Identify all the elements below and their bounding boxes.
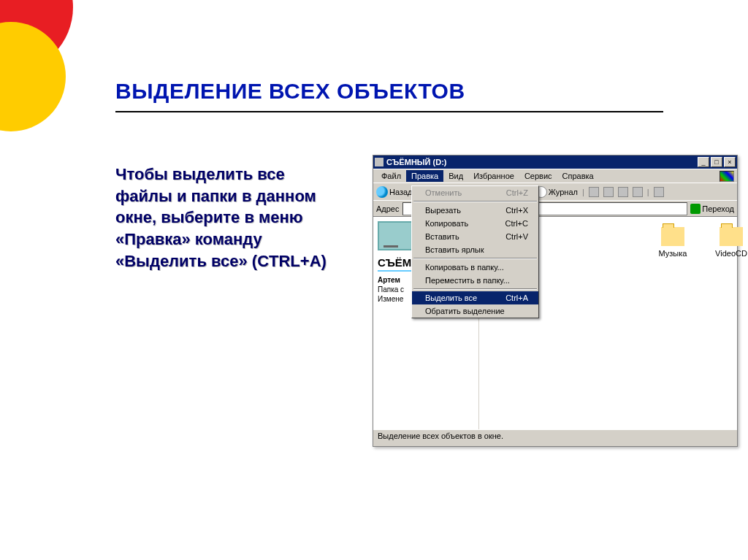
menu-item: ОтменитьCtrl+Z xyxy=(412,186,538,199)
explorer-titlebar[interactable]: СЪЁМНЫЙ (D:) _ □ × xyxy=(373,156,737,169)
menu-item[interactable]: Вставить ярлык xyxy=(412,243,538,256)
slide-body: Чтобы выделить все файлы и папки в данно… xyxy=(115,164,335,272)
close-button[interactable]: × xyxy=(724,157,736,167)
menu-item[interactable]: Обратить выделение xyxy=(412,304,538,318)
explorer-statusbar: Выделение всех объектов в окне. xyxy=(373,429,737,442)
menu-item-label: Обратить выделение xyxy=(425,307,505,315)
menu-item[interactable]: Выделить всеCtrl+A xyxy=(412,291,538,304)
menu-item-label: Вырезать xyxy=(425,206,461,215)
menu-item-label: Вставить ярлык xyxy=(425,245,484,254)
menu-separator xyxy=(413,258,537,259)
address-go-label: Переход xyxy=(702,204,734,213)
toolbar-btn-1[interactable] xyxy=(589,187,599,197)
toolbar-btn-2[interactable] xyxy=(603,187,614,197)
menu-edit[interactable]: Правка xyxy=(406,170,443,182)
menu-item-label: Копировать в папку... xyxy=(425,263,504,272)
edit-dropdown-menu: ОтменитьCtrl+ZВырезатьCtrl+XКопироватьCt… xyxy=(411,185,539,318)
folder-label: Музыка xyxy=(647,249,698,258)
toolbar-views[interactable] xyxy=(654,187,664,197)
toolbar-back[interactable]: Назад xyxy=(376,186,413,198)
back-icon xyxy=(376,186,388,198)
menu-item-shortcut: Ctrl+C xyxy=(505,219,528,228)
menu-item[interactable]: ВырезатьCtrl+X xyxy=(412,204,538,217)
menu-item-shortcut: Ctrl+X xyxy=(505,206,528,215)
go-icon xyxy=(690,204,701,214)
menu-separator xyxy=(413,288,537,290)
address-go[interactable]: Переход xyxy=(690,204,734,214)
menu-tools[interactable]: Сервис xyxy=(519,170,557,182)
drive-icon xyxy=(375,158,383,166)
menu-item[interactable]: КопироватьCtrl+C xyxy=(412,217,538,230)
menu-item[interactable]: Переместить в папку... xyxy=(412,274,538,287)
slide-title: ВЫДЕЛЕНИЕ ВСЕХ ОБЪЕКТОВ xyxy=(115,79,465,104)
address-label: Адрес xyxy=(376,204,400,213)
menu-separator xyxy=(413,201,537,202)
menu-favorites[interactable]: Избранное xyxy=(468,170,519,182)
menu-item-shortcut: Ctrl+Z xyxy=(506,188,528,197)
menu-file[interactable]: Файл xyxy=(376,170,406,182)
folder-item[interactable]: Музыка xyxy=(647,227,698,258)
menu-item-shortcut: Ctrl+A xyxy=(505,294,528,302)
menu-item-shortcut: Ctrl+V xyxy=(505,232,528,241)
minimize-button[interactable]: _ xyxy=(698,157,709,167)
menu-item-label: Выделить все xyxy=(425,294,477,302)
explorer-title: СЪЁМНЫЙ (D:) xyxy=(386,158,696,166)
menu-item-label: Переместить в папку... xyxy=(425,276,510,285)
menu-view[interactable]: Вид xyxy=(443,170,468,182)
maximize-button[interactable]: □ xyxy=(711,157,722,167)
menu-help[interactable]: Справка xyxy=(557,170,599,182)
folder-icon xyxy=(661,227,684,246)
menu-item-label: Отменить xyxy=(425,188,462,197)
menu-item-label: Вставить xyxy=(425,232,459,241)
toolbar-btn-4[interactable] xyxy=(633,187,643,197)
toolbar-back-label: Назад xyxy=(389,188,413,196)
menu-item-label: Копировать xyxy=(425,219,468,228)
title-underline xyxy=(115,111,663,112)
folder-label: VideoCD xyxy=(706,249,748,258)
windows-flag-icon xyxy=(720,171,734,182)
menu-item[interactable]: ВставитьCtrl+V xyxy=(412,230,538,243)
folder-item[interactable]: VideoCD xyxy=(706,227,748,258)
explorer-menubar: Файл Правка Вид Избранное Сервис Справка xyxy=(373,169,737,183)
menu-item[interactable]: Копировать в папку... xyxy=(412,261,538,274)
toolbar-history-label: Журнал xyxy=(549,188,578,196)
toolbar-history[interactable]: Журнал xyxy=(535,186,578,198)
toolbar-btn-3[interactable] xyxy=(618,187,628,197)
folder-icon xyxy=(720,227,743,246)
